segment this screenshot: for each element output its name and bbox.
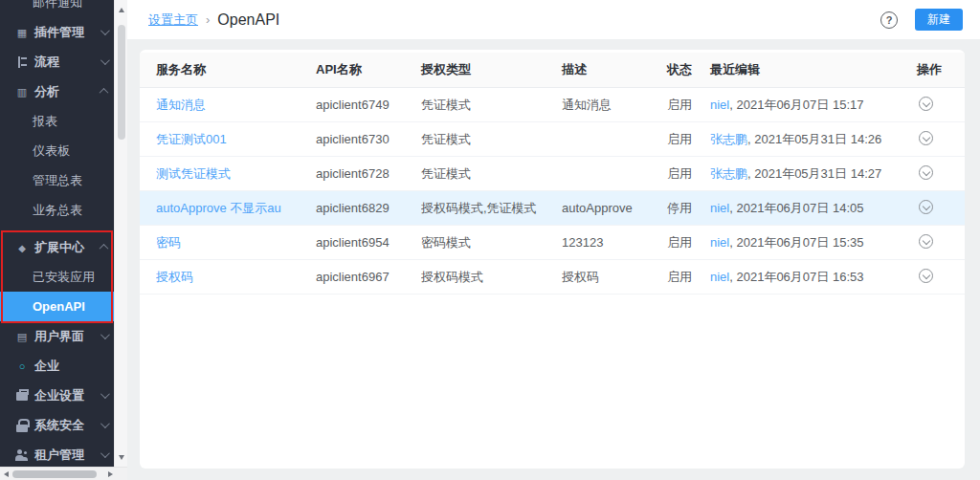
- table-column-header: 操作: [917, 61, 948, 78]
- row-actions-down-circle-icon[interactable]: [919, 200, 933, 214]
- service-name-link[interactable]: 授权码: [156, 270, 193, 284]
- sidebar-item[interactable]: 仪表板: [0, 136, 114, 165]
- sidebar-item[interactable]: 系统安全: [0, 410, 114, 440]
- table-column-header: API名称: [316, 61, 421, 78]
- table-row[interactable]: 授权码 apiclient6967 授权码模式 授权码 启用 niel, 202…: [140, 260, 965, 295]
- editor-link[interactable]: niel: [710, 235, 729, 250]
- chevron-icon: [100, 88, 108, 96]
- sidebar-vertical-scrollbar[interactable]: [114, 0, 127, 467]
- table-row[interactable]: 测试凭证模式 apiclient6728 凭证模式 启用 张志鹏, 2021年0…: [140, 157, 965, 191]
- status-cell: 启用: [667, 165, 710, 183]
- actions-cell: [917, 269, 948, 286]
- sidebar-item-label: 报表: [33, 113, 57, 130]
- status-cell: 启用: [667, 97, 710, 114]
- edited-timestamp: , 2021年05月31日 14:26: [747, 132, 881, 146]
- enterprise-dot-icon: [15, 360, 29, 373]
- api-name-cell: apiclient6749: [316, 98, 421, 112]
- sidebar-item[interactable]: 插件管理: [0, 17, 114, 47]
- table-row[interactable]: 通知消息 apiclient6749 凭证模式 通知消息 启用 niel, 20…: [140, 88, 965, 122]
- service-name-cell: 凭证测试001: [156, 131, 316, 148]
- breadcrumb-settings-home-link[interactable]: 设置主页: [148, 11, 198, 29]
- last-edited-cell: 张志鹏, 2021年05月31日 14:27: [710, 165, 917, 183]
- sidebar-item[interactable]: 分析: [0, 76, 114, 106]
- sidebar-item[interactable]: OpenAPI: [0, 292, 114, 321]
- service-name-link[interactable]: 通知消息: [156, 98, 206, 112]
- sidebar-item[interactable]: 邮件通知: [0, 0, 114, 17]
- plugin-icon: [15, 26, 29, 39]
- table-row[interactable]: 凭证测试001 apiclient6730 凭证模式 启用 张志鹏, 2021年…: [140, 122, 965, 157]
- sidebar-item[interactable]: 已安装应用: [0, 262, 114, 292]
- table-header-row: 服务名称 API名称 授权类型 描述 状态 最近编辑 操作: [140, 53, 965, 88]
- editor-link[interactable]: niel: [710, 270, 729, 284]
- scroll-up-arrow-icon[interactable]: [119, 8, 124, 12]
- horizontal-scroll-thumb[interactable]: [12, 470, 97, 478]
- help-icon[interactable]: [880, 11, 898, 29]
- edited-timestamp: , 2021年06月07日 15:17: [729, 98, 863, 112]
- table-row[interactable]: 密码 apiclient6954 密码模式 123123 启用 niel, 20…: [140, 226, 965, 260]
- service-name-link[interactable]: autoApprove 不显示au: [156, 201, 281, 215]
- description-cell: 授权码: [562, 269, 667, 286]
- sidebar-horizontal-scrollbar[interactable]: [0, 467, 127, 480]
- auth-type-cell: 凭证模式: [421, 131, 562, 148]
- table-row[interactable]: autoApprove 不显示au apiclient6829 授权码模式,凭证…: [140, 191, 965, 226]
- auth-type-cell: 凭证模式: [421, 165, 562, 183]
- row-actions-down-circle-icon[interactable]: [919, 269, 933, 283]
- row-actions-down-circle-icon[interactable]: [919, 165, 933, 180]
- sidebar-item-label: OpenAPI: [33, 299, 85, 314]
- sidebar-item[interactable]: 流程: [0, 47, 114, 76]
- row-actions-down-circle-icon[interactable]: [919, 234, 933, 249]
- actions-cell: [917, 165, 948, 183]
- row-actions-down-circle-icon[interactable]: [919, 131, 933, 145]
- enterprise-settings-icon: [15, 389, 29, 403]
- edited-timestamp: , 2021年06月07日 14:05: [729, 201, 863, 215]
- editor-link[interactable]: niel: [710, 98, 729, 112]
- chevron-icon: [100, 58, 108, 66]
- editor-link[interactable]: niel: [710, 201, 729, 215]
- sidebar-item-label: 仪表板: [33, 142, 70, 160]
- description-cell: 通知消息: [562, 97, 667, 114]
- sidebar-item[interactable]: 用户界面: [0, 321, 114, 351]
- status-cell: 启用: [667, 269, 710, 286]
- new-button[interactable]: 新建: [915, 9, 963, 31]
- service-name-link[interactable]: 测试凭证模式: [156, 166, 231, 181]
- last-edited-cell: niel, 2021年06月07日 15:35: [710, 234, 917, 251]
- api-name-cell: apiclient6954: [316, 235, 421, 250]
- table-column-header: 状态: [667, 61, 710, 78]
- sidebar-item-label: 企业设置: [34, 387, 84, 404]
- topbar-actions: 新建: [880, 9, 963, 31]
- chevron-icon: [100, 29, 108, 36]
- breadcrumb-separator-icon: ›: [206, 12, 210, 27]
- sidebar-item[interactable]: 企业设置: [0, 381, 114, 410]
- tenant-icon: [15, 448, 29, 462]
- scroll-left-arrow-icon[interactable]: [4, 471, 9, 477]
- editor-link[interactable]: 张志鹏: [710, 132, 747, 146]
- sidebar-item[interactable]: 扩展中心: [0, 232, 114, 262]
- sidebar-item[interactable]: 业务总表: [0, 195, 114, 225]
- table-column-header: 描述: [562, 61, 667, 78]
- sidebar-item-label: 业务总表: [33, 202, 82, 219]
- sidebar-item-label: 用户界面: [34, 328, 84, 345]
- sidebar-item[interactable]: 管理总表: [0, 165, 114, 195]
- scroll-right-arrow-icon[interactable]: [108, 471, 113, 477]
- sidebar-item[interactable]: 企业: [0, 351, 114, 381]
- chevron-icon: [100, 333, 108, 340]
- sidebar-menu: 邮件通知 插件管理 流程 分析 报表: [0, 0, 114, 467]
- sidebar-item[interactable]: 租户管理: [0, 440, 114, 467]
- sidebar-item[interactable]: 报表: [0, 106, 114, 136]
- last-edited-cell: niel, 2021年06月07日 15:17: [710, 97, 917, 114]
- scroll-down-arrow-icon[interactable]: [119, 455, 124, 460]
- service-name-cell: 测试凭证模式: [156, 165, 316, 183]
- service-name-link[interactable]: 凭证测试001: [156, 132, 227, 146]
- sidebar-item-label: 企业: [34, 358, 59, 375]
- actions-cell: [917, 131, 948, 148]
- topbar: 设置主页 › OpenAPI 新建: [127, 0, 980, 39]
- vertical-scroll-thumb[interactable]: [118, 25, 125, 140]
- api-name-cell: apiclient6728: [316, 166, 421, 181]
- chevron-icon: [100, 422, 108, 429]
- table-body: 通知消息 apiclient6749 凭证模式 通知消息 启用 niel, 20…: [140, 88, 965, 295]
- service-name-link[interactable]: 密码: [156, 235, 181, 250]
- sidebar-item-label: 系统安全: [34, 417, 84, 434]
- editor-link[interactable]: 张志鹏: [710, 166, 747, 181]
- api-name-cell: apiclient6730: [316, 132, 421, 146]
- row-actions-down-circle-icon[interactable]: [919, 97, 933, 111]
